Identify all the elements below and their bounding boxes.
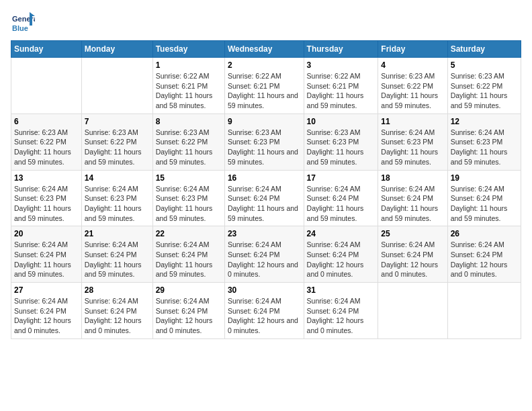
day-number: 7 [85,117,150,126]
calendar-cell: 13Sunrise: 6:24 AMSunset: 6:23 PMDayligh… [11,170,82,226]
calendar-cell: 17Sunrise: 6:24 AMSunset: 6:24 PMDayligh… [304,170,378,226]
day-info: Sunrise: 6:23 AMSunset: 6:23 PMDaylight:… [307,128,375,167]
day-number: 24 [307,229,375,238]
day-number: 19 [451,173,518,183]
day-info: Sunrise: 6:23 AMSunset: 6:22 PMDaylight:… [156,128,222,167]
calendar-cell: 8Sunrise: 6:23 AMSunset: 6:22 PMDaylight… [152,113,224,170]
calendar-cell: 4Sunrise: 6:23 AMSunset: 6:22 PMDaylight… [378,58,447,114]
calendar-cell [11,58,82,114]
day-info: Sunrise: 6:22 AMSunset: 6:21 PMDaylight:… [228,71,301,111]
day-number: 29 [156,285,222,295]
day-info: Sunrise: 6:24 AMSunset: 6:24 PMDaylight:… [451,240,518,279]
calendar-cell: 20Sunrise: 6:24 AMSunset: 6:24 PMDayligh… [11,226,82,283]
day-number: 9 [228,117,301,126]
day-info: Sunrise: 6:24 AMSunset: 6:24 PMDaylight:… [228,184,301,224]
day-number: 31 [307,285,375,295]
calendar-cell: 10Sunrise: 6:23 AMSunset: 6:23 PMDayligh… [304,113,378,170]
calendar-cell: 29Sunrise: 6:24 AMSunset: 6:24 PMDayligh… [152,283,224,339]
day-number: 16 [228,173,301,183]
day-info: Sunrise: 6:22 AMSunset: 6:21 PMDaylight:… [307,71,375,111]
calendar-cell: 14Sunrise: 6:24 AMSunset: 6:23 PMDayligh… [81,170,152,226]
day-number: 21 [85,229,150,238]
day-number: 22 [156,229,222,238]
day-number: 14 [85,173,150,183]
day-info: Sunrise: 6:23 AMSunset: 6:23 PMDaylight:… [228,128,301,167]
day-info: Sunrise: 6:23 AMSunset: 6:22 PMDaylight:… [14,128,79,167]
calendar-cell: 12Sunrise: 6:24 AMSunset: 6:23 PMDayligh… [447,113,521,170]
day-number: 6 [14,117,79,126]
day-info: Sunrise: 6:24 AMSunset: 6:24 PMDaylight:… [228,240,301,279]
calendar-cell: 16Sunrise: 6:24 AMSunset: 6:24 PMDayligh… [224,170,304,226]
calendar-cell: 7Sunrise: 6:23 AMSunset: 6:22 PMDaylight… [81,113,152,170]
day-info: Sunrise: 6:24 AMSunset: 6:24 PMDaylight:… [307,296,375,336]
day-number: 27 [14,285,79,295]
day-number: 12 [451,117,518,126]
calendar-cell: 21Sunrise: 6:24 AMSunset: 6:24 PMDayligh… [81,226,152,283]
day-info: Sunrise: 6:22 AMSunset: 6:21 PMDaylight:… [156,71,222,111]
calendar-cell [81,58,152,114]
day-number: 30 [228,285,301,295]
day-info: Sunrise: 6:24 AMSunset: 6:23 PMDaylight:… [14,184,79,224]
day-info: Sunrise: 6:24 AMSunset: 6:23 PMDaylight:… [85,184,150,224]
svg-text:Blue: Blue [12,24,28,32]
calendar-cell: 9Sunrise: 6:23 AMSunset: 6:23 PMDaylight… [224,113,304,170]
day-info: Sunrise: 6:24 AMSunset: 6:24 PMDaylight:… [14,240,79,279]
calendar-cell: 1Sunrise: 6:22 AMSunset: 6:21 PMDaylight… [152,58,224,114]
day-info: Sunrise: 6:24 AMSunset: 6:24 PMDaylight:… [156,240,222,279]
day-number: 8 [156,117,222,126]
day-number: 20 [14,229,79,238]
day-number: 1 [156,60,222,70]
day-number: 17 [307,173,375,183]
calendar-cell: 18Sunrise: 6:24 AMSunset: 6:24 PMDayligh… [378,170,447,226]
calendar-cell: 15Sunrise: 6:24 AMSunset: 6:23 PMDayligh… [152,170,224,226]
calendar-cell [378,283,447,339]
weekday-header-friday: Friday [378,41,447,58]
day-number: 3 [307,60,375,70]
calendar-cell: 23Sunrise: 6:24 AMSunset: 6:24 PMDayligh… [224,226,304,283]
calendar-cell: 27Sunrise: 6:24 AMSunset: 6:24 PMDayligh… [11,283,82,339]
day-number: 26 [451,229,518,238]
calendar-table: SundayMondayTuesdayWednesdayThursdayFrid… [11,40,521,339]
day-number: 13 [14,173,79,183]
weekday-header-tuesday: Tuesday [152,41,224,58]
calendar-cell: 3Sunrise: 6:22 AMSunset: 6:21 PMDaylight… [304,58,378,114]
day-info: Sunrise: 6:23 AMSunset: 6:22 PMDaylight:… [381,71,444,111]
day-info: Sunrise: 6:24 AMSunset: 6:24 PMDaylight:… [14,296,79,336]
day-number: 25 [381,229,444,238]
day-number: 5 [451,60,518,70]
day-info: Sunrise: 6:24 AMSunset: 6:23 PMDaylight:… [156,184,222,224]
calendar-cell [447,283,521,339]
logo-svg: General Blue [11,11,35,35]
page-header: General Blue [11,11,521,35]
day-info: Sunrise: 6:24 AMSunset: 6:23 PMDaylight:… [451,128,518,167]
day-number: 2 [228,60,301,70]
day-number: 15 [156,173,222,183]
calendar-cell: 26Sunrise: 6:24 AMSunset: 6:24 PMDayligh… [447,226,521,283]
calendar-cell: 11Sunrise: 6:24 AMSunset: 6:23 PMDayligh… [378,113,447,170]
weekday-header-sunday: Sunday [11,41,82,58]
weekday-header-monday: Monday [81,41,152,58]
calendar-cell: 5Sunrise: 6:23 AMSunset: 6:22 PMDaylight… [447,58,521,114]
calendar-cell: 24Sunrise: 6:24 AMSunset: 6:24 PMDayligh… [304,226,378,283]
day-info: Sunrise: 6:24 AMSunset: 6:24 PMDaylight:… [451,184,518,224]
day-number: 4 [381,60,444,70]
calendar-cell: 6Sunrise: 6:23 AMSunset: 6:22 PMDaylight… [11,113,82,170]
calendar-cell: 2Sunrise: 6:22 AMSunset: 6:21 PMDaylight… [224,58,304,114]
day-info: Sunrise: 6:24 AMSunset: 6:24 PMDaylight:… [307,240,375,279]
day-info: Sunrise: 6:23 AMSunset: 6:22 PMDaylight:… [451,71,518,111]
calendar-cell: 30Sunrise: 6:24 AMSunset: 6:24 PMDayligh… [224,283,304,339]
day-number: 10 [307,117,375,126]
day-info: Sunrise: 6:24 AMSunset: 6:24 PMDaylight:… [85,240,150,279]
day-number: 11 [381,117,444,126]
day-number: 18 [381,173,444,183]
day-info: Sunrise: 6:24 AMSunset: 6:23 PMDaylight:… [381,128,444,167]
day-number: 28 [85,285,150,295]
calendar-cell: 28Sunrise: 6:24 AMSunset: 6:24 PMDayligh… [81,283,152,339]
day-info: Sunrise: 6:24 AMSunset: 6:24 PMDaylight:… [228,296,301,336]
day-info: Sunrise: 6:24 AMSunset: 6:24 PMDaylight:… [156,296,222,336]
day-info: Sunrise: 6:24 AMSunset: 6:24 PMDaylight:… [85,296,150,336]
weekday-header-wednesday: Wednesday [224,41,304,58]
calendar-cell: 31Sunrise: 6:24 AMSunset: 6:24 PMDayligh… [304,283,378,339]
logo: General Blue [11,11,35,35]
weekday-header-thursday: Thursday [304,41,378,58]
